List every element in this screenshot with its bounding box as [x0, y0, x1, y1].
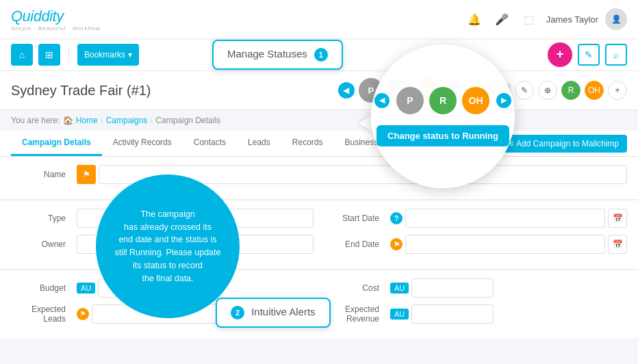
tab-records[interactable]: Records — [281, 131, 334, 156]
status-prev-button[interactable]: ◀ — [338, 82, 355, 99]
start-date-group: ? 01/04/2018 📅 — [390, 209, 627, 228]
divider — [68, 47, 69, 63]
budget-input[interactable]: 20000.00 — [98, 278, 180, 298]
grid-button[interactable]: ⊞ — [38, 44, 60, 66]
tab-contacts[interactable]: Contacts — [183, 131, 237, 156]
logo-text: Quiddity — [11, 8, 64, 25]
name-input-group: ⚑ — [77, 165, 627, 184]
budget-col: Budget AU 20000.00 the Expected Leads ⚑ … — [11, 278, 314, 330]
name-row: Name ⚑ — [11, 165, 627, 184]
page-title-bar: Sydney Trade Fair (#1) ◀ P R OH ▶ PENDIN… — [0, 71, 638, 110]
plus-action-icon[interactable]: + — [608, 81, 627, 100]
bell-icon[interactable]: 🔔 — [464, 9, 485, 29]
cost-label: Cost — [324, 283, 379, 293]
budget-input-group: AU 20000.00 the — [77, 278, 194, 298]
form-area-name: Name ⚑ — [0, 157, 638, 200]
name-flag-icon[interactable]: ⚑ — [77, 165, 96, 184]
status-badge[interactable]: PENDING — [465, 83, 511, 97]
name-label: Name — [11, 170, 66, 179]
cost-col: Cost AU Expected Revenue AU 30000.00 — [324, 278, 627, 330]
expected-revenue-label: Expected Revenue — [324, 304, 379, 324]
top-nav-right: 🔔 🎤 ⬚ James Taylor 👤 — [464, 8, 627, 30]
type-input[interactable] — [77, 209, 314, 228]
expected-leads-label: Expected Leads — [11, 304, 66, 324]
mailchimp-icon: ✉ — [507, 139, 513, 148]
breadcrumb-campaigns-link[interactable]: Campaigns — [106, 116, 148, 125]
top-navigation: Quiddity Simple · Beautiful · Workflow 🔔… — [0, 0, 638, 38]
breadcrumb-current: Campaign Details — [155, 116, 220, 125]
budget-row: Budget AU 20000.00 the — [11, 278, 314, 298]
action-buttons: + ✎ ⌕ — [548, 42, 627, 67]
owner-row: Owner — [11, 235, 314, 254]
left-col: Type Owner — [11, 209, 314, 261]
bookmarks-button[interactable]: Bookmarks ▾ — [77, 44, 139, 66]
type-row: Type — [11, 209, 314, 228]
budget-label: Budget — [11, 283, 66, 293]
start-date-input[interactable]: 01/04/2018 — [405, 209, 605, 228]
owner-input[interactable] — [77, 235, 314, 254]
tab-campaign-details[interactable]: Campaign Details — [11, 131, 102, 156]
orange-status-icon[interactable]: OH — [585, 81, 604, 100]
end-date-label: End Date — [324, 239, 379, 249]
page-title: Sydney Trade Fair (#1) — [11, 83, 151, 99]
app-logo: Quiddity Simple · Beautiful · Workflow — [11, 8, 101, 31]
circle-nav-icon[interactable]: ⊕ — [538, 81, 557, 100]
leads-flag-icon: ⚑ — [77, 308, 89, 320]
form-budget-col: Budget AU 20000.00 the Expected Leads ⚑ … — [11, 278, 627, 330]
start-date-row: Start Date ? 01/04/2018 📅 — [324, 209, 627, 228]
status-oh-circle[interactable]: OH — [416, 78, 441, 103]
name-input[interactable] — [99, 165, 627, 184]
breadcrumb-home-link[interactable]: Home — [76, 116, 98, 125]
breadcrumb: You are here: 🏠 Home › Campaigns › Campa… — [0, 110, 638, 131]
expected-revenue-group: AU 30000.00 — [390, 304, 494, 324]
home-button[interactable]: ⌂ — [11, 44, 33, 66]
tab-leads[interactable]: Leads — [237, 131, 281, 156]
tab-business-docs[interactable]: Business Docu... — [333, 131, 417, 156]
form-two-col: Type Owner Start Date ? 01/04/2018 📅 End… — [11, 209, 627, 261]
start-date-help-icon: ? — [390, 212, 403, 224]
budget-badge: AU — [77, 283, 95, 294]
second-navigation: ⌂ ⊞ Bookmarks ▾ + ✎ ⌕ — [0, 38, 638, 71]
start-date-calendar-icon[interactable]: 📅 — [608, 209, 627, 228]
start-date-label: Start Date — [324, 213, 379, 223]
green-status-icon[interactable]: R — [561, 81, 580, 100]
logo-tagline: Simple · Beautiful · Workflow — [11, 25, 101, 31]
cost-input-group: AU — [390, 278, 494, 298]
end-date-group: ⚑ 30/04/2018 📅 — [390, 235, 627, 254]
end-date-flag-icon: ⚑ — [390, 238, 403, 250]
budget-unit: the — [183, 284, 193, 292]
expected-revenue-input[interactable]: 30000.00 — [411, 304, 494, 324]
avatar: 👤 — [605, 8, 627, 30]
cost-row: Cost AU — [324, 278, 627, 298]
status-area: ◀ P R OH ▶ PENDING ✎ ⊕ R OH + — [338, 78, 627, 103]
status-running-circle[interactable]: R — [387, 78, 412, 103]
logout-icon[interactable]: ⬚ — [519, 9, 539, 29]
end-date-calendar-icon[interactable]: 📅 — [608, 235, 627, 254]
end-date-input[interactable]: 30/04/2018 — [405, 235, 605, 254]
expected-leads-input[interactable]: 20 — [92, 304, 314, 324]
user-name: James Taylor — [546, 14, 598, 25]
status-next-button[interactable]: ▶ — [445, 82, 461, 99]
tabs-bar: Campaign Details Activity Records Contac… — [0, 131, 638, 157]
cost-badge: AU — [390, 283, 409, 294]
form-area-budget: Budget AU 20000.00 the Expected Leads ⚑ … — [0, 270, 638, 339]
home-icon: 🏠 — [63, 116, 73, 125]
right-col: Start Date ? 01/04/2018 📅 End Date ⚑ 30/… — [324, 209, 627, 261]
tab-activity-records[interactable]: Activity Records — [102, 131, 183, 156]
expected-revenue-badge: AU — [390, 309, 409, 320]
mic-icon[interactable]: 🎤 — [492, 9, 512, 29]
expected-leads-row: Expected Leads ⚑ 20 — [11, 304, 314, 324]
chevron-down-icon: ▾ — [128, 50, 132, 60]
owner-label: Owner — [11, 239, 66, 249]
status-pending-circle[interactable]: P — [359, 78, 383, 103]
add-button[interactable]: + — [548, 42, 572, 67]
expected-revenue-row: Expected Revenue AU 30000.00 — [324, 304, 627, 324]
cost-input[interactable] — [411, 278, 494, 298]
add-campaign-mailchimp-button[interactable]: ✉ Add Campaign to Mailchimp — [498, 135, 627, 153]
pencil-icon[interactable]: ✎ — [515, 81, 534, 100]
search-button[interactable]: ⌕ — [605, 44, 627, 66]
type-label: Type — [11, 213, 66, 223]
end-date-row: End Date ⚑ 30/04/2018 📅 — [324, 235, 627, 254]
expected-leads-group: ⚑ 20 — [77, 304, 314, 324]
edit-button[interactable]: ✎ — [578, 44, 600, 66]
